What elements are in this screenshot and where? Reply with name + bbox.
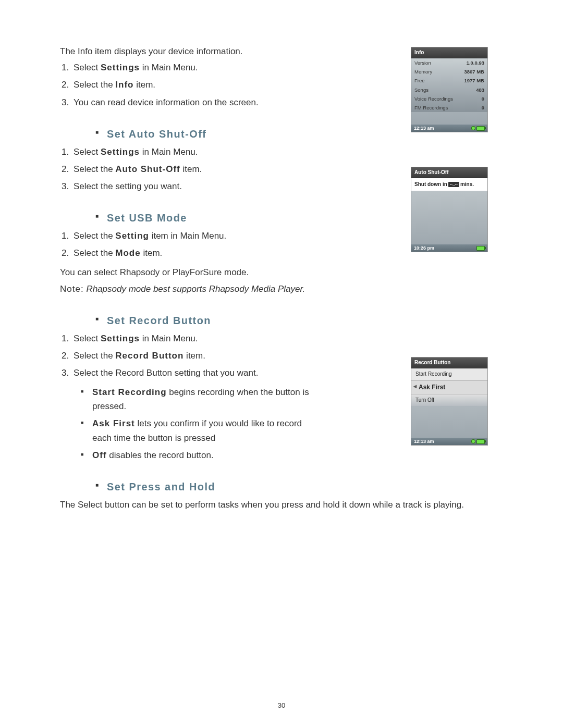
info-row-version: Version1.0.0.93 [411, 58, 487, 67]
aso-step-2: Select the Auto Shut-Off item. [71, 162, 323, 176]
rb-step-3: Select the Record Button setting that yo… [71, 366, 323, 380]
device-header: Auto Shut-Off [411, 167, 487, 178]
device-body: Version1.0.0.93 Memory3807 MB Free1977 M… [411, 58, 487, 112]
device-screenshot-autoshutoff: Auto Shut-Off Shut down in --..-- mins. … [411, 167, 488, 252]
record-button-section: Select Settings in Main Menu. Select the… [60, 331, 323, 463]
record-option-askfirst: Ask First [411, 380, 487, 394]
step-keyword: Mode [115, 248, 140, 258]
heading-press-hold: Set Press and Hold [60, 479, 511, 496]
info-value: 0 [482, 95, 484, 103]
battery-icon [471, 126, 485, 131]
info-row-fm: FM Recordings0 [411, 103, 487, 112]
step-keyword: Auto Shut-Off [115, 164, 180, 174]
info-label: FM Recordings [414, 104, 448, 112]
info-value: 0 [482, 104, 484, 112]
autoshut-selector: --..-- [448, 182, 459, 187]
info-label: Voice Recordings [414, 95, 453, 103]
rb-step-1: Select Settings in Main Menu. [71, 331, 323, 346]
aso-step-3: Select the setting you want. [71, 179, 323, 193]
manual-page: The Info item displays your device infor… [0, 0, 563, 728]
info-row-songs: Songs483 [411, 85, 487, 94]
press-hold-text: The Select button can be set to perform … [60, 498, 498, 512]
info-label: Version [414, 59, 431, 67]
usb-step-2: Select the Mode item. [71, 246, 323, 260]
info-value: 3807 MB [464, 68, 484, 76]
usb-step-1: Select the Setting item in Main Menu. [71, 229, 323, 243]
rb-step-2: Select the Record Button item. [71, 349, 323, 363]
usb-mode-section: Select the Setting item in Main Menu. Se… [60, 229, 323, 296]
info-label: Free [414, 77, 425, 84]
info-steps: Select Settings in Main Menu. Select the… [60, 60, 323, 109]
info-row-memory: Memory3807 MB [411, 67, 487, 76]
info-step-3: You can read device information on the s… [71, 95, 323, 109]
record-button-bullets: Start Recording begins recording when th… [60, 385, 323, 462]
usb-mode-steps: Select the Setting item in Main Menu. Se… [60, 229, 323, 260]
device-time: 12:13 am [414, 438, 434, 445]
heading-record-button: Set Record Button [60, 313, 511, 329]
auto-shut-off-section: Select Settings in Main Menu. Select the… [60, 145, 323, 194]
device-screenshot-record: Record Button Start Recording Ask First … [411, 357, 488, 446]
bullet-keyword: Ask First [92, 418, 135, 428]
info-section: The Info item displays your device infor… [60, 44, 323, 109]
info-label: Memory [414, 68, 432, 76]
info-step-2: Select the Info item. [71, 78, 323, 92]
record-button-steps: Select Settings in Main Menu. Select the… [60, 331, 323, 380]
step-keyword: Settings [101, 147, 140, 157]
info-value: 1.0.0.93 [467, 59, 484, 67]
bullet-keyword: Start Recording [92, 387, 167, 397]
device-header: Info [411, 47, 487, 58]
record-option-turnoff: Turn Off [411, 394, 487, 406]
battery-icon [476, 246, 485, 251]
device-screenshot-info: Info Version1.0.0.93 Memory3807 MB Free1… [411, 47, 488, 132]
bullet-text: disables the record button. [107, 450, 214, 460]
rb-bullet-1: Start Recording begins recording when th… [81, 385, 323, 413]
device-time: 10:26 pm [414, 244, 434, 252]
device-footer: 12:13 am [411, 438, 487, 445]
device-footer: 10:26 pm [411, 244, 487, 252]
rb-bullet-2: Ask First lets you confirm if you would … [81, 416, 323, 445]
device-time: 12:13 am [414, 125, 434, 132]
step-keyword: Record Button [115, 351, 183, 361]
autoshut-line: Shut down in --..-- mins. [411, 178, 487, 191]
info-value: 483 [476, 86, 484, 94]
step-keyword: Settings [101, 334, 140, 343]
record-option-start: Start Recording [411, 368, 487, 380]
usb-mode-line: You can select Rhapsody or PlayForSure m… [60, 265, 323, 279]
info-value: 1977 MB [464, 77, 484, 84]
step-keyword: Setting [115, 231, 149, 241]
device-header: Record Button [411, 357, 487, 368]
info-step-1: Select Settings in Main Menu. [71, 60, 323, 75]
rb-bullet-3: Off disables the record button. [81, 448, 323, 462]
autoshut-suffix: mins. [460, 180, 474, 189]
page-number: 30 [0, 700, 563, 711]
usb-mode-note: Note: Rhapsody mode best supports Rhapso… [60, 282, 323, 296]
note-body: Rhapsody mode best supports Rhapsody Med… [86, 284, 305, 294]
info-intro: The Info item displays your device infor… [60, 44, 323, 58]
info-row-voice: Voice Recordings0 [411, 94, 487, 103]
battery-icon [471, 439, 485, 444]
info-row-free: Free1977 MB [411, 76, 487, 85]
device-footer: 12:13 am [411, 125, 487, 132]
autoshut-prefix: Shut down in [414, 180, 447, 189]
bullet-keyword: Off [92, 450, 107, 460]
info-label: Songs [414, 86, 429, 94]
auto-shut-off-steps: Select Settings in Main Menu. Select the… [60, 145, 323, 194]
step-keyword: Settings [101, 63, 140, 72]
device-menu: Start Recording Ask First Turn Off [411, 368, 487, 406]
aso-step-1: Select Settings in Main Menu. [71, 145, 323, 159]
note-label: Note: [60, 284, 84, 294]
step-keyword: Info [115, 80, 133, 90]
